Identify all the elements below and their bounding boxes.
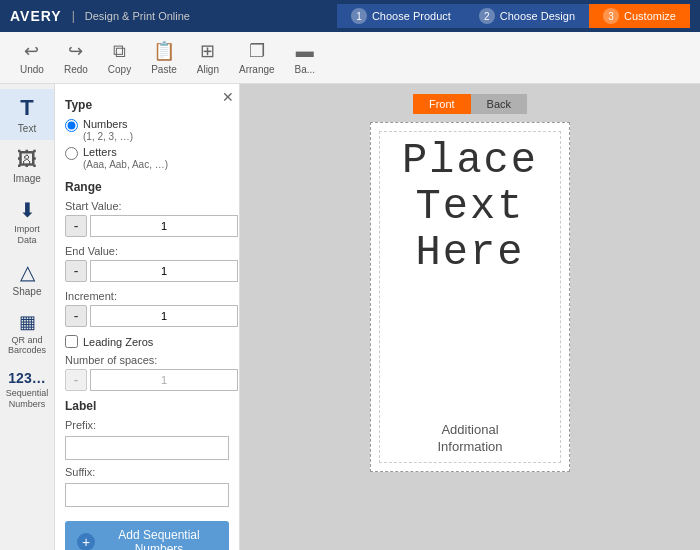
redo-icon: ↪ (68, 40, 83, 62)
nav-divider: | (72, 9, 75, 23)
sidebar-text-label: Text (18, 123, 36, 134)
radio-numbers-input[interactable] (65, 119, 78, 132)
undo-icon: ↩ (24, 40, 39, 62)
num-spaces-label: Number of spaces: (65, 354, 229, 366)
sidebar-import-label: Import Data (4, 224, 50, 246)
toolbar: ↩ Undo ↪ Redo ⧉ Copy 📋 Paste ⊞ Align ❐ A… (0, 32, 700, 84)
end-value-label: End Value: (65, 245, 229, 257)
front-tab[interactable]: Front (413, 94, 471, 114)
sequential-icon: 123… (8, 370, 45, 386)
radio-letters-input[interactable] (65, 147, 78, 160)
toolbar-align[interactable]: ⊞ Align (197, 40, 219, 75)
type-section-title: Type (65, 98, 229, 112)
copy-icon: ⧉ (113, 41, 126, 62)
undo-label: Undo (20, 64, 44, 75)
radio-numbers-hint: (1, 2, 3, …) (83, 131, 133, 142)
panel: ✕ Type Numbers (1, 2, 3, …) Letters (Aaa… (55, 84, 240, 550)
sidebar-item-import[interactable]: ⬇ Import Data (0, 192, 54, 252)
top-nav: AVERY | Design & Print Online 1 Choose P… (0, 0, 700, 32)
align-icon: ⊞ (200, 40, 215, 62)
start-value-label: Start Value: (65, 200, 229, 212)
toolbar-ba[interactable]: ▬ Ba... (295, 41, 316, 75)
toolbar-arrange[interactable]: ❐ Arrange (239, 40, 275, 75)
end-value-row: - + (65, 260, 229, 282)
add-plus-icon: + (77, 533, 95, 550)
paste-icon: 📋 (153, 40, 175, 62)
sidebar-image-label: Image (13, 173, 41, 184)
start-value-minus[interactable]: - (65, 215, 87, 237)
arrange-icon: ❐ (249, 40, 265, 62)
arrange-label: Arrange (239, 64, 275, 75)
suffix-input[interactable] (65, 483, 229, 507)
radio-numbers-label: Numbers (83, 118, 128, 130)
text-icon: T (20, 95, 33, 121)
step-num-3: 3 (603, 8, 619, 24)
end-value-input[interactable] (90, 260, 238, 282)
canvas-area: Front Back PlaceTextHere AdditionalInfor… (240, 84, 700, 550)
toolbar-copy[interactable]: ⧉ Copy (108, 41, 131, 75)
toolbar-redo[interactable]: ↪ Redo (64, 40, 88, 75)
end-value-minus[interactable]: - (65, 260, 87, 282)
leading-zeros-checkbox[interactable] (65, 335, 78, 348)
sidebar-qr-label: QR and Barcodes (4, 335, 50, 357)
radio-letters-label: Letters (83, 146, 117, 158)
sidebar-shape-label: Shape (13, 286, 42, 297)
radio-letters-hint: (Aaa, Aab, Aac, …) (83, 159, 168, 170)
leading-zeros-row[interactable]: Leading Zeros (65, 335, 229, 348)
nav-subtitle: Design & Print Online (85, 10, 190, 22)
add-sequential-button[interactable]: + Add Sequential Numbers (65, 521, 229, 550)
suffix-label: Suffix: (65, 466, 229, 478)
start-value-input[interactable] (90, 215, 238, 237)
type-radio-group: Numbers (1, 2, 3, …) Letters (Aaa, Aab, … (65, 118, 229, 170)
sidebar-item-qr[interactable]: ▦ QR and Barcodes (0, 305, 54, 363)
paste-label: Paste (151, 64, 177, 75)
canvas-tabs: Front Back (413, 94, 527, 114)
radio-numbers[interactable]: Numbers (1, 2, 3, …) (65, 118, 229, 142)
qr-icon: ▦ (19, 311, 36, 333)
sidebar-item-shape[interactable]: △ Shape (0, 254, 54, 303)
num-spaces-input[interactable] (90, 369, 238, 391)
nav-step-1[interactable]: 1 Choose Product (337, 4, 465, 28)
label-section-title: Label (65, 399, 229, 413)
nav-steps: 1 Choose Product 2 Choose Design 3 Custo… (337, 4, 690, 28)
step-num-2: 2 (479, 8, 495, 24)
toolbar-paste[interactable]: 📋 Paste (151, 40, 177, 75)
place-text: PlaceTextHere (402, 138, 538, 277)
increment-label: Increment: (65, 290, 229, 302)
step-label-3: Customize (624, 10, 676, 22)
panel-close-button[interactable]: ✕ (222, 89, 234, 105)
ba-icon: ▬ (296, 41, 314, 62)
nav-step-3[interactable]: 3 Customize (589, 4, 690, 28)
sidebar-item-sequential[interactable]: 123… Sequential Numbers (0, 364, 54, 416)
radio-letters[interactable]: Letters (Aaa, Aab, Aac, …) (65, 146, 229, 170)
num-spaces-minus[interactable]: - (65, 369, 87, 391)
additional-info: AdditionalInformation (437, 422, 502, 456)
sidebar-sequential-label: Sequential Numbers (4, 388, 50, 410)
prefix-label: Prefix: (65, 419, 229, 431)
increment-input[interactable] (90, 305, 238, 327)
sidebar-item-text[interactable]: T Text (0, 89, 54, 140)
import-icon: ⬇ (19, 198, 36, 222)
toolbar-undo[interactable]: ↩ Undo (20, 40, 44, 75)
increment-row: - + (65, 305, 229, 327)
nav-step-2[interactable]: 2 Choose Design (465, 4, 589, 28)
step-label-1: Choose Product (372, 10, 451, 22)
step-label-2: Choose Design (500, 10, 575, 22)
range-section-title: Range (65, 180, 229, 194)
sidebar-item-image[interactable]: 🖼 Image (0, 142, 54, 190)
shape-icon: △ (20, 260, 35, 284)
ba-label: Ba... (295, 64, 316, 75)
increment-minus[interactable]: - (65, 305, 87, 327)
redo-label: Redo (64, 64, 88, 75)
back-tab[interactable]: Back (471, 94, 527, 114)
main-layout: T Text 🖼 Image ⬇ Import Data △ Shape ▦ Q… (0, 84, 700, 550)
add-btn-label: Add Sequential Numbers (101, 528, 217, 550)
align-label: Align (197, 64, 219, 75)
image-icon: 🖼 (17, 148, 37, 171)
prefix-input[interactable] (65, 436, 229, 460)
left-sidebar: T Text 🖼 Image ⬇ Import Data △ Shape ▦ Q… (0, 84, 55, 550)
label-section: Label Prefix: Suffix: (65, 399, 229, 513)
avery-logo: AVERY (10, 8, 62, 24)
num-spaces-row: - + (65, 369, 229, 391)
leading-zeros-label: Leading Zeros (83, 336, 153, 348)
